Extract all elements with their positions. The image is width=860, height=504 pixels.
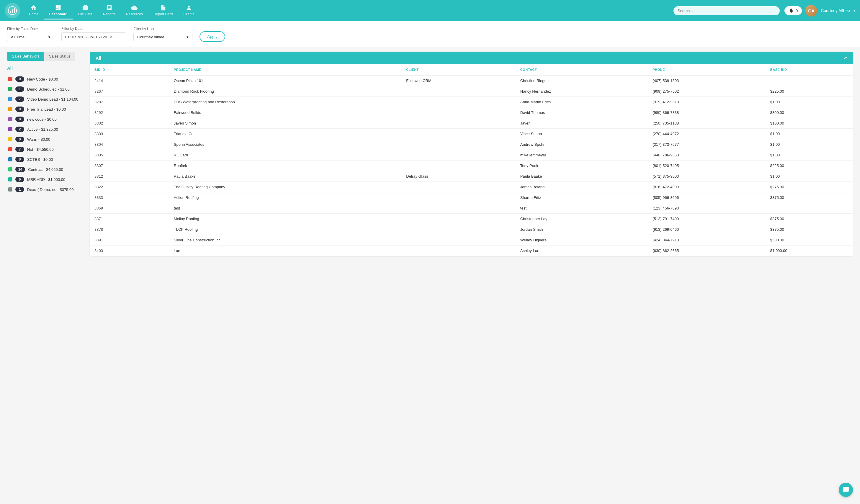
avatar: CA (805, 5, 817, 16)
tab-buttons: Sales Behaviors Sales Status (7, 52, 84, 61)
table-col-project_name[interactable]: PROJECT NAME (169, 64, 401, 75)
cell-base_bid: $1.00 (765, 97, 853, 107)
table-row[interactable]: 3307RooftekTony Poole(801) 520-7495$225.… (90, 160, 853, 171)
date-range-input[interactable]: 01/01/1920 - 12/31/2120 ✕ (61, 32, 126, 41)
table-row[interactable]: 3267Diamond Rock FlooringNancy Hernandez… (90, 86, 853, 97)
cell-contact: Paula Baake (516, 171, 648, 182)
table-row[interactable]: 3304Spohn AssociatesAndrew Spohn(317) 37… (90, 139, 853, 150)
status-color-dot (8, 87, 12, 91)
search-input[interactable] (673, 6, 780, 15)
cell-bid_id: 2414 (90, 75, 169, 86)
table-row[interactable]: 3312Paula BaakeDelray GlassPaula Baake(5… (90, 171, 853, 182)
notification-button[interactable]: 0 (785, 6, 802, 15)
status-count: 0 (15, 76, 24, 82)
status-name: MRR ADD - $1,900.00 (27, 177, 65, 182)
status-item[interactable]: 2 Active - $1,325.00 (7, 124, 84, 134)
cell-project_name: Action Roofing (169, 192, 401, 203)
cell-client (401, 214, 515, 224)
status-item[interactable]: 0 new code - $0.00 (7, 114, 84, 124)
status-item[interactable]: 1 Dead ( Demo, no - $375.00 (7, 184, 84, 195)
filter-bar: Filter by Fixed Date All Time ▾ Filter b… (0, 21, 860, 47)
sort-icon: ↑ (106, 68, 109, 71)
table-col-bid_id[interactable]: BID ID ↑ (90, 64, 169, 75)
export-icon[interactable]: ↗ (843, 55, 847, 61)
status-item[interactable]: 6 MRR ADD - $1,900.00 (7, 174, 84, 184)
cell-client (401, 224, 515, 235)
status-color-dot (8, 77, 12, 81)
status-item[interactable]: 0 Free Trial Lead - $0.00 (7, 104, 84, 114)
user-filter-label: Filter by User (133, 27, 192, 31)
user-filter-select[interactable]: Courtney Allbee ▾ (133, 33, 192, 41)
cell-client (401, 235, 515, 245)
cell-project_name: The Quality Roofing Company (169, 182, 401, 192)
apply-button[interactable]: Apply (200, 31, 225, 42)
cell-project_name: TLCP Roofing (169, 224, 401, 235)
cell-project_name: Rooftek (169, 160, 401, 171)
fixed-date-select[interactable]: All Time ▾ (7, 33, 54, 41)
table-row[interactable]: 3303Triangle CoVince Sutton(270) 444-497… (90, 129, 853, 139)
cell-contact: James Boland (516, 182, 648, 192)
table-row[interactable]: 3369testtest(123) 456-7890 (90, 203, 853, 214)
all-label[interactable]: All (7, 66, 84, 71)
status-item[interactable]: 0 SCTBS - $0.00 (7, 154, 84, 164)
nav-label-home: Home (29, 12, 38, 16)
cell-phone: (513) 791-7400 (648, 214, 765, 224)
cell-bid_id: 3287 (90, 97, 169, 107)
nav-item-clients[interactable]: Clients (178, 2, 200, 19)
nav-item-resources[interactable]: Resources (121, 2, 148, 19)
table-row[interactable]: 3292Fairwood BuildsDavid Thomas(980) 866… (90, 107, 853, 118)
cell-bid_id: 3403 (90, 245, 169, 256)
table-row[interactable]: 3378TLCP RoofingJordan Smith(913) 269-04… (90, 224, 853, 235)
table-row[interactable]: 3333Action RoofingSharon Fritz(805) 966-… (90, 192, 853, 203)
table-row[interactable]: 3403LuroAshley Luro(630) 862-2665$1,000.… (90, 245, 853, 256)
cell-phone: (440) 786-9663 (648, 150, 765, 160)
tab-sales-status[interactable]: Sales Status (44, 52, 75, 61)
cell-bid_id: 3333 (90, 192, 169, 203)
status-item[interactable]: 0 Warm - $0.00 (7, 134, 84, 144)
table-col-client[interactable]: CLIENT (401, 64, 515, 75)
cell-project_name: Fairwood Builds (169, 107, 401, 118)
user-chevron-icon[interactable]: ▾ (854, 9, 855, 13)
status-item[interactable]: 1 Demo Scheduled - $1.00 (7, 84, 84, 94)
status-count: 0 (15, 157, 24, 162)
status-item[interactable]: 7 Hot - $4,550.00 (7, 144, 84, 154)
cell-base_bid: $1,000.00 (765, 245, 853, 256)
date-range-value: 01/01/1920 - 12/31/2120 (65, 35, 107, 39)
cell-contact: mike lemmeyer (516, 150, 648, 160)
date-range-filter-group: Filter by Date 01/01/1920 - 12/31/2120 ✕ (61, 27, 126, 41)
cell-client (401, 160, 515, 171)
cell-bid_id: 3371 (90, 214, 169, 224)
clear-date-button[interactable]: ✕ (110, 34, 113, 39)
cell-phone: (980) 866-7338 (648, 107, 765, 118)
table-row[interactable]: 3391Silver Line Construction Inc.Wendy H… (90, 235, 853, 245)
table-row[interactable]: 2414Ocean Plaza 101Followup CRMChristine… (90, 75, 853, 86)
nav-bar: Home Dashboard File Data Reports Resourc… (0, 0, 860, 21)
status-item[interactable]: 14 Contract - $4,065.00 (7, 164, 84, 174)
table-col-phone[interactable]: PHONE (648, 64, 765, 75)
nav-item-dashboard[interactable]: Dashboard (44, 2, 73, 19)
table-row[interactable]: 3305K Guardmike lemmeyer(440) 786-9663$1… (90, 150, 853, 160)
cell-contact: Jordan Smith (516, 224, 648, 235)
table-title: All (96, 56, 101, 60)
cell-phone: (919) 412-9813 (648, 97, 765, 107)
logo[interactable] (5, 3, 20, 18)
status-color-dot (8, 147, 12, 152)
cell-base_bid (765, 203, 853, 214)
table-row[interactable]: 3322The Quality Roofing CompanyJames Bol… (90, 182, 853, 192)
status-name: Free Trial Lead - $0.00 (27, 107, 66, 112)
status-color-dot (8, 97, 12, 101)
table-row[interactable]: 3287EDS Waterproofing and RestorationAnn… (90, 97, 853, 107)
tab-sales-behaviors[interactable]: Sales Behaviors (7, 52, 44, 61)
nav-item-report-card[interactable]: Report Card (148, 2, 178, 19)
cell-contact: Tony Poole (516, 160, 648, 171)
status-item[interactable]: 0 New Code - $0.00 (7, 74, 84, 84)
nav-item-home[interactable]: Home (24, 2, 44, 19)
status-item[interactable]: 7 Video Demo Lead - $1,104.00 (7, 94, 84, 104)
table-row[interactable]: 3302Javen SimonJaven(250) 735-1188$100.0… (90, 118, 853, 129)
nav-item-file-data[interactable]: File Data (73, 2, 98, 19)
cell-phone: (250) 735-1188 (648, 118, 765, 129)
table-row[interactable]: 3371Molloy RoofingChristopher Lay(513) 7… (90, 214, 853, 224)
table-col-base_bid[interactable]: BASE BID (765, 64, 853, 75)
nav-item-reports[interactable]: Reports (98, 2, 121, 19)
table-col-contact[interactable]: CONTACT (516, 64, 648, 75)
